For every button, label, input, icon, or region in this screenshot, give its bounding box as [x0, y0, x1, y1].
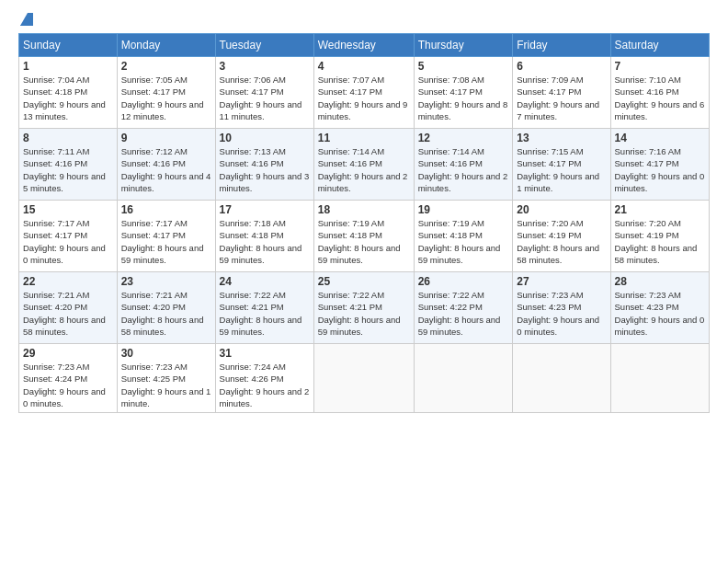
day-info: Sunrise: 7:04 AMSunset: 4:18 PMDaylight:…	[23, 75, 106, 121]
day-number: 5	[418, 60, 509, 73]
day-number: 10	[220, 132, 310, 144]
table-row: 19Sunrise: 7:19 AMSunset: 4:18 PMDayligh…	[414, 201, 513, 272]
day-number: 3	[220, 60, 310, 73]
table-row: 4Sunrise: 7:07 AMSunset: 4:17 PMDaylight…	[313, 57, 414, 129]
table-row: 3Sunrise: 7:06 AMSunset: 4:17 PMDaylight…	[215, 57, 313, 129]
day-info: Sunrise: 7:14 AMSunset: 4:16 PMDaylight:…	[418, 146, 508, 193]
col-friday: Friday	[513, 34, 610, 57]
day-info: Sunrise: 7:17 AMSunset: 4:17 PMDaylight:…	[23, 218, 106, 265]
day-number: 11	[318, 132, 410, 144]
day-info: Sunrise: 7:24 AMSunset: 4:26 PMDaylight:…	[220, 362, 310, 408]
table-row: 8Sunrise: 7:11 AMSunset: 4:16 PMDaylight…	[19, 129, 118, 201]
day-number: 6	[517, 60, 606, 73]
day-info: Sunrise: 7:09 AMSunset: 4:17 PMDaylight:…	[517, 75, 599, 121]
day-info: Sunrise: 7:21 AMSunset: 4:20 PMDaylight:…	[121, 290, 204, 337]
day-info: Sunrise: 7:16 AMSunset: 4:17 PMDaylight:…	[615, 146, 705, 193]
day-info: Sunrise: 7:08 AMSunset: 4:17 PMDaylight:…	[418, 75, 508, 121]
table-row: 15Sunrise: 7:17 AMSunset: 4:17 PMDayligh…	[19, 201, 118, 272]
day-number: 4	[318, 60, 410, 73]
day-info: Sunrise: 7:23 AMSunset: 4:23 PMDaylight:…	[517, 290, 599, 337]
day-info: Sunrise: 7:22 AMSunset: 4:21 PMDaylight:…	[220, 290, 302, 337]
day-number: 18	[318, 203, 410, 216]
day-info: Sunrise: 7:22 AMSunset: 4:21 PMDaylight:…	[318, 290, 401, 337]
col-thursday: Thursday	[414, 34, 513, 57]
day-info: Sunrise: 7:20 AMSunset: 4:19 PMDaylight:…	[517, 218, 599, 265]
table-row: 2Sunrise: 7:05 AMSunset: 4:17 PMDaylight…	[117, 57, 215, 129]
day-info: Sunrise: 7:23 AMSunset: 4:24 PMDaylight:…	[23, 362, 106, 408]
day-info: Sunrise: 7:20 AMSunset: 4:19 PMDaylight:…	[615, 218, 698, 265]
col-sunday: Sunday	[19, 34, 118, 57]
table-row: 11Sunrise: 7:14 AMSunset: 4:16 PMDayligh…	[313, 129, 414, 201]
table-row: 26Sunrise: 7:22 AMSunset: 4:22 PMDayligh…	[414, 272, 513, 344]
table-row: 21Sunrise: 7:20 AMSunset: 4:19 PMDayligh…	[610, 201, 709, 272]
day-number: 19	[418, 203, 509, 216]
day-number: 9	[121, 132, 211, 144]
table-row: 7Sunrise: 7:10 AMSunset: 4:16 PMDaylight…	[610, 57, 709, 129]
day-number: 31	[220, 347, 310, 360]
table-row: 18Sunrise: 7:19 AMSunset: 4:18 PMDayligh…	[313, 201, 414, 272]
table-row: 30Sunrise: 7:23 AMSunset: 4:25 PMDayligh…	[117, 344, 215, 413]
table-row: 13Sunrise: 7:15 AMSunset: 4:17 PMDayligh…	[513, 129, 610, 201]
day-info: Sunrise: 7:07 AMSunset: 4:17 PMDaylight:…	[318, 75, 408, 121]
table-row: 1Sunrise: 7:04 AMSunset: 4:18 PMDaylight…	[19, 57, 118, 129]
table-row: 5Sunrise: 7:08 AMSunset: 4:17 PMDaylight…	[414, 57, 513, 129]
col-tuesday: Tuesday	[215, 34, 313, 57]
table-row: 17Sunrise: 7:18 AMSunset: 4:18 PMDayligh…	[215, 201, 313, 272]
table-row: 16Sunrise: 7:17 AMSunset: 4:17 PMDayligh…	[117, 201, 215, 272]
table-row: 9Sunrise: 7:12 AMSunset: 4:16 PMDaylight…	[117, 129, 215, 201]
logo-triangle-icon	[20, 13, 33, 26]
day-number: 14	[615, 132, 705, 144]
day-info: Sunrise: 7:13 AMSunset: 4:16 PMDaylight:…	[220, 146, 310, 193]
day-info: Sunrise: 7:11 AMSunset: 4:16 PMDaylight:…	[23, 146, 106, 193]
table-row	[414, 344, 513, 413]
logo	[18, 15, 33, 28]
day-number: 12	[418, 132, 509, 144]
table-row: 29Sunrise: 7:23 AMSunset: 4:24 PMDayligh…	[19, 344, 118, 413]
day-info: Sunrise: 7:06 AMSunset: 4:17 PMDaylight:…	[220, 75, 302, 121]
table-row: 23Sunrise: 7:21 AMSunset: 4:20 PMDayligh…	[117, 272, 215, 344]
table-row: 28Sunrise: 7:23 AMSunset: 4:23 PMDayligh…	[610, 272, 709, 344]
day-number: 30	[121, 347, 211, 360]
table-row: 27Sunrise: 7:23 AMSunset: 4:23 PMDayligh…	[513, 272, 610, 344]
day-info: Sunrise: 7:21 AMSunset: 4:20 PMDaylight:…	[23, 290, 106, 337]
day-info: Sunrise: 7:23 AMSunset: 4:25 PMDaylight:…	[121, 362, 211, 408]
table-row: 10Sunrise: 7:13 AMSunset: 4:16 PMDayligh…	[215, 129, 313, 201]
day-info: Sunrise: 7:14 AMSunset: 4:16 PMDaylight:…	[318, 146, 408, 193]
day-number: 16	[121, 203, 211, 216]
day-number: 28	[615, 275, 705, 288]
day-info: Sunrise: 7:05 AMSunset: 4:17 PMDaylight:…	[121, 75, 204, 121]
col-saturday: Saturday	[610, 34, 709, 57]
day-number: 13	[517, 132, 606, 144]
day-info: Sunrise: 7:19 AMSunset: 4:18 PMDaylight:…	[318, 218, 401, 265]
table-row: 24Sunrise: 7:22 AMSunset: 4:21 PMDayligh…	[215, 272, 313, 344]
table-row: 25Sunrise: 7:22 AMSunset: 4:21 PMDayligh…	[313, 272, 414, 344]
table-row: 14Sunrise: 7:16 AMSunset: 4:17 PMDayligh…	[610, 129, 709, 201]
day-number: 21	[615, 203, 705, 216]
col-wednesday: Wednesday	[313, 34, 414, 57]
day-info: Sunrise: 7:18 AMSunset: 4:18 PMDaylight:…	[220, 218, 302, 265]
day-number: 25	[318, 275, 410, 288]
day-number: 27	[517, 275, 606, 288]
col-monday: Monday	[117, 34, 215, 57]
table-row: 22Sunrise: 7:21 AMSunset: 4:20 PMDayligh…	[19, 272, 118, 344]
day-number: 8	[23, 132, 113, 144]
day-number: 29	[23, 347, 113, 360]
table-row: 6Sunrise: 7:09 AMSunset: 4:17 PMDaylight…	[513, 57, 610, 129]
day-info: Sunrise: 7:19 AMSunset: 4:18 PMDaylight:…	[418, 218, 501, 265]
calendar-table: Sunday Monday Tuesday Wednesday Thursday…	[18, 33, 710, 413]
day-number: 7	[615, 60, 705, 73]
day-number: 15	[23, 203, 113, 216]
calendar-header-row: Sunday Monday Tuesday Wednesday Thursday…	[19, 34, 710, 57]
day-info: Sunrise: 7:10 AMSunset: 4:16 PMDaylight:…	[615, 75, 705, 121]
table-row	[513, 344, 610, 413]
day-number: 22	[23, 275, 113, 288]
day-info: Sunrise: 7:22 AMSunset: 4:22 PMDaylight:…	[418, 290, 501, 337]
day-number: 20	[517, 203, 606, 216]
day-info: Sunrise: 7:15 AMSunset: 4:17 PMDaylight:…	[517, 146, 599, 193]
day-number: 23	[121, 275, 211, 288]
day-number: 26	[418, 275, 509, 288]
day-info: Sunrise: 7:23 AMSunset: 4:23 PMDaylight:…	[615, 290, 705, 337]
day-number: 2	[121, 60, 211, 73]
day-number: 17	[220, 203, 310, 216]
day-info: Sunrise: 7:17 AMSunset: 4:17 PMDaylight:…	[121, 218, 204, 265]
